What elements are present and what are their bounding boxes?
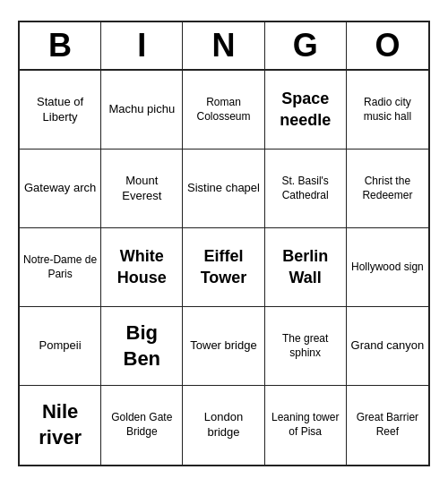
bingo-header: BINGO (20, 22, 428, 71)
header-letter-B: B (20, 22, 101, 69)
bingo-cell-8: St. Basil's Cathedral (265, 150, 347, 228)
bingo-cell-6: Mount Everest (101, 150, 183, 228)
bingo-cell-12: Eiffel Tower (183, 228, 264, 307)
header-letter-I: I (101, 22, 183, 69)
bingo-cell-17: Tower bridge (183, 307, 264, 386)
header-letter-O: O (347, 22, 428, 69)
bingo-cell-23: Leaning tower of Pisa (265, 386, 347, 465)
header-letter-G: G (265, 22, 347, 69)
bingo-grid: Statue of LibertyMachu pichuRoman Coloss… (20, 71, 428, 465)
bingo-cell-21: Golden Gate Bridge (101, 386, 183, 465)
bingo-cell-20: Nile river (20, 386, 101, 465)
bingo-cell-14: Hollywood sign (347, 228, 428, 307)
bingo-cell-24: Great Barrier Reef (347, 386, 428, 465)
bingo-cell-15: Pompeii (20, 307, 101, 386)
bingo-cell-5: Gateway arch (20, 150, 101, 228)
bingo-cell-22: London bridge (183, 386, 264, 465)
bingo-cell-7: Sistine chapel (183, 150, 264, 228)
header-letter-N: N (183, 22, 264, 69)
bingo-cell-4: Radio city music hall (347, 71, 428, 150)
bingo-cell-0: Statue of Liberty (20, 71, 101, 150)
bingo-cell-9: Christ the Redeemer (347, 150, 428, 228)
bingo-cell-11: White House (101, 228, 183, 307)
bingo-cell-1: Machu pichu (101, 71, 183, 150)
bingo-cell-16: Big Ben (101, 307, 183, 386)
bingo-cell-10: Notre-Dame de Paris (20, 228, 101, 307)
bingo-cell-3: Space needle (265, 71, 347, 150)
bingo-cell-2: Roman Colosseum (183, 71, 264, 150)
bingo-cell-19: Grand canyon (347, 307, 428, 386)
bingo-cell-18: The great sphinx (265, 307, 347, 386)
bingo-cell-13: Berlin Wall (265, 228, 347, 307)
bingo-card: BINGO Statue of LibertyMachu pichuRoman … (18, 21, 430, 466)
